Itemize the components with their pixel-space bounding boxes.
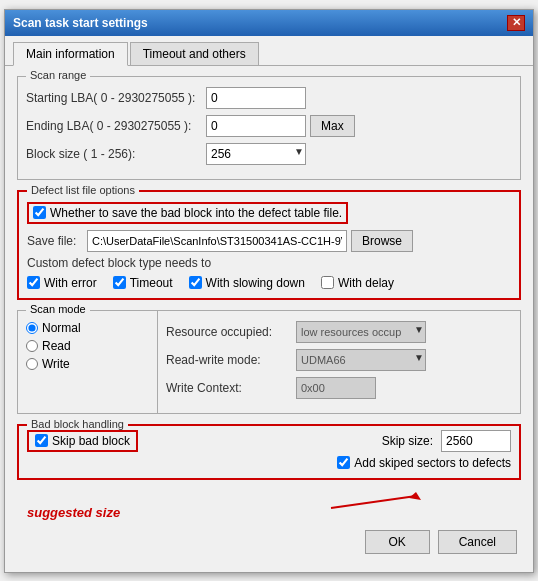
ending-lba-input[interactable]: [206, 115, 306, 137]
starting-lba-label: Starting LBA( 0 - 2930275055 ):: [26, 91, 206, 105]
skip-right: Skip size:: [382, 430, 511, 452]
custom-defect-checkboxes: With error Timeout With slowing down Wit…: [27, 276, 511, 290]
defect-list-label: Defect list file options: [27, 184, 139, 196]
read-radio-item: Read: [26, 339, 149, 353]
scan-range-label: Scan range: [26, 69, 90, 81]
resource-select[interactable]: low resources occup: [296, 321, 426, 343]
max-button[interactable]: Max: [310, 115, 355, 137]
defect-list-group: Defect list file options Whether to save…: [17, 190, 521, 300]
main-content: Scan range Starting LBA( 0 - 2930275055 …: [5, 66, 533, 572]
scan-range-content: Starting LBA( 0 - 2930275055 ): Ending L…: [26, 81, 512, 165]
block-size-label: Block size ( 1 - 256):: [26, 147, 206, 161]
save-file-input[interactable]: [87, 230, 347, 252]
svg-line-0: [331, 496, 416, 508]
normal-radio-item: Normal: [26, 321, 149, 335]
save-file-row: Save file: Browse: [27, 230, 511, 252]
with-delay-checkbox[interactable]: [321, 276, 334, 289]
skip-bad-block-highlight: Skip bad block: [27, 430, 138, 452]
save-bad-block-label: Whether to save the bad block into the d…: [50, 206, 342, 220]
dialog-title: Scan task start settings: [13, 16, 148, 30]
save-file-label: Save file:: [27, 234, 87, 248]
block-size-row: Block size ( 1 - 256): 256 ▼: [26, 143, 512, 165]
skip-size-input[interactable]: [441, 430, 511, 452]
close-button[interactable]: ✕: [507, 15, 525, 31]
footer-buttons: OK Cancel: [17, 526, 521, 562]
with-slowing-item: With slowing down: [189, 276, 305, 290]
write-context-input[interactable]: [296, 377, 376, 399]
starting-lba-input[interactable]: [206, 87, 306, 109]
suggested-row: suggested size: [17, 490, 521, 520]
resource-label: Resource occupied:: [166, 325, 296, 339]
scan-range-group: Scan range Starting LBA( 0 - 2930275055 …: [17, 76, 521, 180]
bad-block-group: Bad block handling Skip bad block Skip s…: [17, 424, 521, 480]
with-delay-item: With delay: [321, 276, 394, 290]
dialog: Scan task start settings ✕ Main informat…: [4, 9, 534, 573]
starting-lba-row: Starting LBA( 0 - 2930275055 ):: [26, 87, 512, 109]
timeout-label: Timeout: [130, 276, 173, 290]
resource-select-wrapper: low resources occup ▼: [296, 321, 426, 343]
timeout-checkbox[interactable]: [113, 276, 126, 289]
custom-defect-label: Custom defect block type needs to: [27, 256, 511, 270]
normal-label: Normal: [42, 321, 81, 335]
save-bad-block-row: Whether to save the bad block into the d…: [27, 202, 348, 224]
skip-bad-block-checkbox[interactable]: [35, 434, 48, 447]
readwrite-label: Read-write mode:: [166, 353, 296, 367]
tab-main-information[interactable]: Main information: [13, 42, 128, 66]
write-context-label: Write Context:: [166, 381, 296, 395]
browse-button[interactable]: Browse: [351, 230, 413, 252]
cancel-button[interactable]: Cancel: [438, 530, 517, 554]
ending-lba-row: Ending LBA( 0 - 2930275055 ): Max: [26, 115, 512, 137]
scan-mode-combined: Scan mode Normal Read Write Resource occ…: [17, 310, 521, 414]
add-skip-row: Add skiped sectors to defects: [27, 456, 511, 470]
resource-occupied-row: Resource occupied: low resources occup ▼: [166, 321, 512, 343]
with-slowing-checkbox[interactable]: [189, 276, 202, 289]
defect-list-content: Whether to save the bad block into the d…: [27, 196, 511, 290]
with-error-item: With error: [27, 276, 97, 290]
bad-block-label: Bad block handling: [27, 418, 128, 430]
block-size-select-wrapper: 256 ▼: [206, 143, 306, 165]
write-radio-item: Write: [26, 357, 149, 371]
title-bar: Scan task start settings ✕: [5, 10, 533, 36]
with-error-checkbox[interactable]: [27, 276, 40, 289]
normal-radio[interactable]: [26, 322, 38, 334]
ending-lba-label: Ending LBA( 0 - 2930275055 ):: [26, 119, 206, 133]
with-slowing-label: With slowing down: [206, 276, 305, 290]
write-radio[interactable]: [26, 358, 38, 370]
with-delay-label: With delay: [338, 276, 394, 290]
read-label: Read: [42, 339, 71, 353]
skip-bad-block-label: Skip bad block: [52, 434, 130, 448]
tab-timeout-others[interactable]: Timeout and others: [130, 42, 259, 65]
tab-bar: Main information Timeout and others: [5, 36, 533, 66]
timeout-item: Timeout: [113, 276, 173, 290]
skip-row: Skip bad block Skip size:: [27, 430, 511, 452]
with-error-label: With error: [44, 276, 97, 290]
suggested-text: suggested size: [27, 505, 120, 520]
write-context-row: Write Context:: [166, 377, 512, 399]
readwrite-mode-row: Read-write mode: UDMA66 ▼: [166, 349, 512, 371]
readwrite-select-wrapper: UDMA66 ▼: [296, 349, 426, 371]
scan-mode-box-label: Scan mode: [26, 303, 90, 315]
add-skiped-label: Add skiped sectors to defects: [354, 456, 511, 470]
add-skiped-checkbox[interactable]: [337, 456, 350, 469]
arrow-icon: [321, 488, 441, 516]
save-bad-block-checkbox[interactable]: [33, 206, 46, 219]
block-size-select[interactable]: 256: [206, 143, 306, 165]
write-label: Write: [42, 357, 70, 371]
skip-left: Skip bad block: [27, 430, 138, 452]
resource-box: Resource occupied: low resources occup ▼…: [158, 311, 520, 413]
readwrite-select[interactable]: UDMA66: [296, 349, 426, 371]
scan-mode-box: Scan mode Normal Read Write: [18, 311, 158, 413]
skip-size-label: Skip size:: [382, 434, 433, 448]
ok-button[interactable]: OK: [365, 530, 430, 554]
read-radio[interactable]: [26, 340, 38, 352]
